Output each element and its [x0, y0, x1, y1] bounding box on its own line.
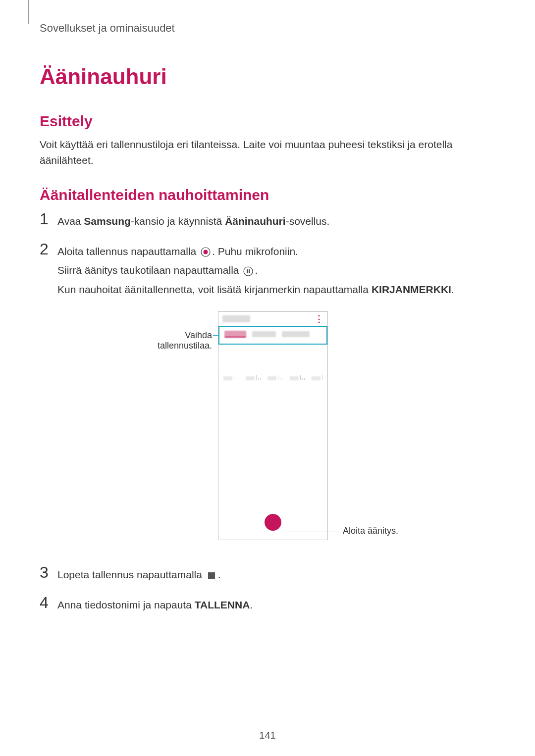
tab — [252, 331, 276, 337]
text: . — [250, 599, 253, 610]
step-number: 4 — [40, 594, 57, 611]
svg-rect-3 — [247, 269, 248, 273]
figure: Vaihda tallennustilaa. ⋮ Aloi — [40, 311, 495, 549]
text-bold: TALLENNA — [195, 599, 250, 610]
callout-right: Aloita äänitys. — [343, 526, 398, 536]
tab — [282, 331, 310, 337]
svg-point-2 — [244, 267, 253, 276]
step-2: 2 Aloita tallennus napauttamalla . Puhu … — [40, 241, 495, 301]
step-list-cont: 3 Lopeta tallennus napauttamalla . 4 Ann… — [40, 564, 495, 613]
step-number: 3 — [40, 564, 57, 581]
text: . — [451, 284, 454, 295]
text: Avaa — [57, 215, 84, 227]
status-bar: ⋮ — [218, 312, 327, 326]
step-number: 1 — [40, 210, 57, 228]
record-icon — [200, 247, 211, 257]
text: -kansio ja käynnistä — [131, 215, 225, 227]
phone-mockup: ⋮ — [218, 311, 328, 540]
text: . Puhu mikrofoniin. — [212, 246, 298, 257]
running-head: Sovellukset ja ominaisuudet — [40, 20, 495, 35]
step-body: Anna tiedostonimi ja napauta TALLENNA. — [57, 594, 253, 613]
svg-point-1 — [204, 250, 208, 254]
record-button — [265, 514, 281, 531]
text: . — [255, 264, 258, 276]
text: Siirrä äänitys taukotilaan napauttamalla — [57, 264, 242, 276]
text: -sovellus. — [286, 215, 330, 227]
tab-row — [221, 328, 324, 341]
timeline — [223, 369, 322, 380]
text-bold: Ääninauhuri — [225, 215, 286, 227]
text: Anna tiedostonimi ja napauta — [57, 599, 195, 610]
svg-rect-4 — [249, 269, 250, 273]
blur-chip — [222, 315, 250, 322]
page-content: Sovellukset ja ominaisuudet Ääninauhuri … — [0, 0, 535, 613]
text: Lopeta tallennus napauttamalla — [57, 569, 205, 580]
text: . — [218, 569, 221, 580]
text-bold: KIRJANMERKKI — [372, 284, 451, 295]
text: Aloita tallennus napauttamalla — [57, 246, 199, 257]
section-heading-record: Äänitallenteiden nauhoittaminen — [40, 187, 495, 203]
step-list: 1 Avaa Samsung-kansio ja käynnistä Äänin… — [40, 210, 495, 301]
tab-selected — [224, 331, 246, 338]
step-body: Avaa Samsung-kansio ja käynnistä Ääninau… — [57, 210, 329, 230]
stop-icon — [206, 570, 217, 581]
step-3: 3 Lopeta tallennus napauttamalla . — [40, 564, 495, 583]
callout-left: Vaihda tallennustilaa. — [129, 330, 212, 351]
page-title: Ääninauhuri — [40, 64, 495, 89]
step-body: Aloita tallennus napauttamalla . Puhu mi… — [57, 241, 454, 301]
more-icon: ⋮ — [315, 313, 323, 324]
step-4: 4 Anna tiedostonimi ja napauta TALLENNA. — [40, 594, 495, 613]
step-number: 2 — [40, 241, 57, 258]
callout-line — [282, 532, 341, 532]
section-heading-intro: Esittely — [40, 113, 495, 130]
page-number: 141 — [0, 730, 535, 741]
step-1: 1 Avaa Samsung-kansio ja käynnistä Äänin… — [40, 210, 495, 230]
svg-rect-5 — [208, 572, 215, 579]
intro-body: Voit käyttää eri tallennustiloja eri til… — [40, 137, 495, 168]
step-body: Lopeta tallennus napauttamalla . — [57, 564, 221, 583]
pause-icon — [243, 266, 254, 277]
text: Kun nauhoitat äänitallennetta, voit lisä… — [57, 284, 372, 295]
text-bold: Samsung — [84, 215, 131, 227]
